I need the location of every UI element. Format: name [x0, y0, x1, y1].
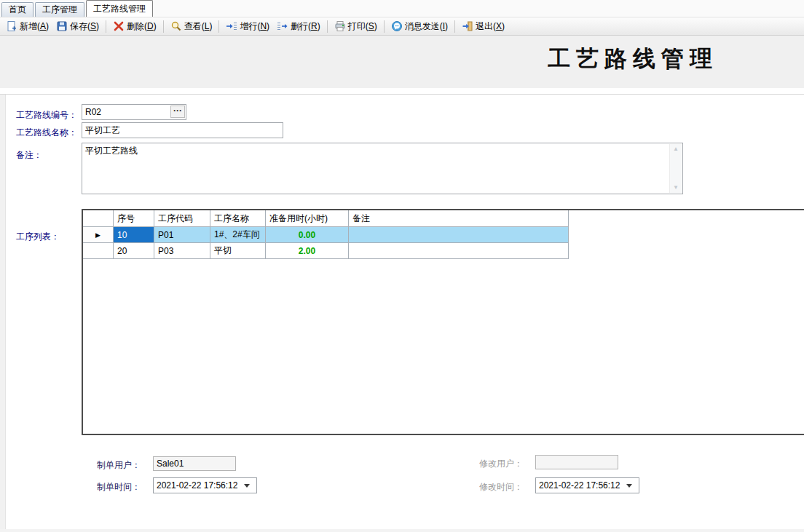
remark-textarea[interactable]: 平切工艺路线 ▲ ▼ [82, 143, 683, 194]
cell-remark[interactable] [349, 227, 569, 243]
toolbar-separator [106, 20, 106, 33]
message-button-label: 消息发送(I) [405, 20, 448, 33]
modify-time-label: 修改时间： [479, 481, 523, 493]
toolbar-separator [327, 20, 328, 33]
search-icon [170, 20, 182, 32]
modify-time-dropdown[interactable]: 2021-02-22 17:56:12 [535, 477, 639, 493]
tab-route-mgmt[interactable]: 工艺路线管理 [86, 0, 153, 17]
scroll-down-icon[interactable]: ▼ [670, 183, 682, 193]
toolbar-separator [163, 20, 164, 33]
cell-name[interactable]: 1#、2#车间 [210, 227, 266, 243]
save-icon [56, 20, 68, 32]
grid-column-header[interactable]: 备注 [349, 210, 569, 227]
cell-prep[interactable]: 2.00 [266, 243, 349, 259]
create-time-value: 2021-02-22 17:56:12 [157, 480, 243, 491]
process-grid[interactable]: 序号工序代码工序名称准备用时(小时)备注▶10P011#、2#车间0.0020P… [82, 209, 804, 435]
add-row-button-label: 增行(N) [240, 20, 269, 33]
modify-time-value: 2021-02-22 17:56:12 [539, 480, 625, 491]
cell-code[interactable]: P01 [154, 227, 210, 243]
route-code-browse-button[interactable]: ··· [170, 106, 185, 118]
bottom-strip [0, 529, 804, 532]
remark-label: 备注： [16, 149, 42, 162]
print-button-label: 打印(S) [348, 20, 377, 33]
printer-icon [334, 20, 346, 32]
row-header-cell[interactable] [83, 243, 114, 259]
toolbar-separator [384, 20, 385, 33]
save-button-label: 保存(S) [70, 20, 99, 33]
remark-text: 平切工艺路线 [85, 146, 138, 156]
create-time-label: 制单时间： [97, 481, 141, 493]
page-title: 工艺路线管理 [548, 44, 718, 74]
save-button[interactable]: 保存(S) [53, 19, 102, 34]
tab-strip: 首页工序管理工艺路线管理 [0, 0, 804, 17]
add-row-icon [226, 20, 237, 32]
grid-column-header[interactable]: 工序名称 [210, 210, 266, 227]
cell-remark[interactable] [349, 243, 569, 259]
header-divider [0, 94, 804, 95]
del-row-button-label: 删行(R) [291, 20, 320, 33]
toolbar: 新增(A)保存(S)删除(D)查看(L)增行(N)删行(R)打印(S)消息发送(… [0, 17, 804, 36]
grid-column-header[interactable]: 工序代码 [154, 210, 210, 227]
message-icon [391, 20, 403, 32]
row-header-cell[interactable]: ▶ [83, 227, 114, 243]
table-row[interactable]: 20P03平切2.00 [83, 243, 569, 259]
exit-button[interactable]: 退出(X) [459, 19, 508, 34]
new-document-icon [6, 20, 17, 32]
left-margin-strip [0, 95, 6, 532]
cell-seq[interactable]: 20 [114, 243, 154, 259]
exit-button-label: 退出(X) [476, 20, 505, 33]
cell-prep[interactable]: 0.00 [266, 227, 349, 243]
add-button-label: 新增(A) [20, 20, 49, 33]
exit-icon [462, 20, 473, 32]
grid-column-header[interactable]: 序号 [114, 210, 154, 227]
create-time-dropdown[interactable]: 2021-02-22 17:56:12 [153, 477, 257, 493]
creator-input[interactable] [153, 456, 236, 471]
route-name-label: 工艺路线名称： [16, 127, 77, 139]
delete-button[interactable]: 删除(D) [110, 19, 159, 34]
view-button-label: 查看(L) [184, 20, 213, 33]
current-row-arrow-icon: ▶ [95, 231, 100, 239]
grid-corner-header[interactable] [83, 210, 114, 227]
tab-process-mgmt[interactable]: 工序管理 [35, 2, 84, 17]
message-button[interactable]: 消息发送(I) [388, 19, 451, 34]
route-name-input[interactable] [82, 122, 283, 138]
app-window: 首页工序管理工艺路线管理 新增(A)保存(S)删除(D)查看(L)增行(N)删行… [0, 0, 804, 532]
del-row-button[interactable]: 删行(R) [274, 19, 323, 34]
cell-seq[interactable]: 10 [114, 227, 154, 243]
delete-button-label: 删除(D) [127, 20, 157, 33]
cell-code[interactable]: P03 [154, 243, 210, 259]
table-row[interactable]: ▶10P011#、2#车间0.00 [83, 227, 569, 243]
toolbar-separator [454, 20, 455, 33]
add-row-button[interactable]: 增行(N) [223, 19, 272, 34]
grid-header-row: 序号工序代码工序名称准备用时(小时)备注 [83, 210, 569, 227]
delete-icon [113, 20, 125, 32]
modifier-input[interactable] [535, 455, 618, 469]
chevron-down-icon [626, 484, 632, 488]
delete-row-icon [277, 20, 288, 32]
remark-scrollbar[interactable]: ▲ ▼ [669, 144, 682, 193]
route-code-label: 工艺路线编号： [16, 109, 77, 122]
toolbar-separator [218, 20, 219, 33]
tab-home[interactable]: 首页 [1, 2, 34, 17]
creator-label: 制单用户： [97, 459, 141, 472]
add-button[interactable]: 新增(A) [3, 19, 52, 34]
grid-column-header[interactable]: 准备用时(小时) [266, 210, 349, 227]
scroll-up-icon[interactable]: ▲ [670, 144, 682, 154]
cell-name[interactable]: 平切 [210, 243, 266, 259]
print-button[interactable]: 打印(S) [331, 19, 380, 34]
view-button[interactable]: 查看(L) [168, 19, 216, 34]
process-list-label: 工序列表： [16, 231, 60, 243]
modifier-label: 修改用户： [479, 458, 523, 470]
chevron-down-icon [244, 484, 250, 488]
